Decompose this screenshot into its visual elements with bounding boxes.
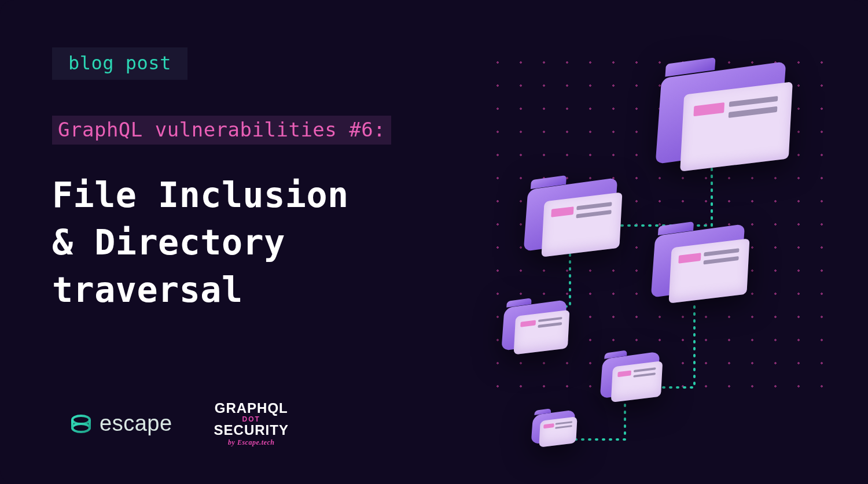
gqlsec-line1: GRAPHQL xyxy=(215,401,288,415)
logo-row: escape GRAPHQL DOT SECURITY by Escape.te… xyxy=(69,401,289,446)
document-icon xyxy=(539,416,578,447)
gqlsec-line3: SECURITY xyxy=(214,423,289,437)
graphql-security-logo: GRAPHQL DOT SECURITY by Escape.tech xyxy=(214,401,289,446)
post-title: File Inclusion & Directory traversal xyxy=(52,171,349,313)
escape-logo-icon xyxy=(69,412,93,435)
folder-icon xyxy=(532,411,576,442)
gqlsec-byline: by Escape.tech xyxy=(228,439,274,446)
hero-banner: blog post GraphQL vulnerabilities #6: Fi… xyxy=(0,0,868,484)
escape-logo: escape xyxy=(69,411,172,436)
escape-logo-text: escape xyxy=(100,411,172,436)
dot-grid-bg xyxy=(486,51,833,398)
svg-point-0 xyxy=(72,416,90,424)
series-subtitle: GraphQL vulnerabilities #6: xyxy=(52,116,391,145)
svg-point-1 xyxy=(72,424,90,432)
category-badge: blog post xyxy=(52,47,187,80)
